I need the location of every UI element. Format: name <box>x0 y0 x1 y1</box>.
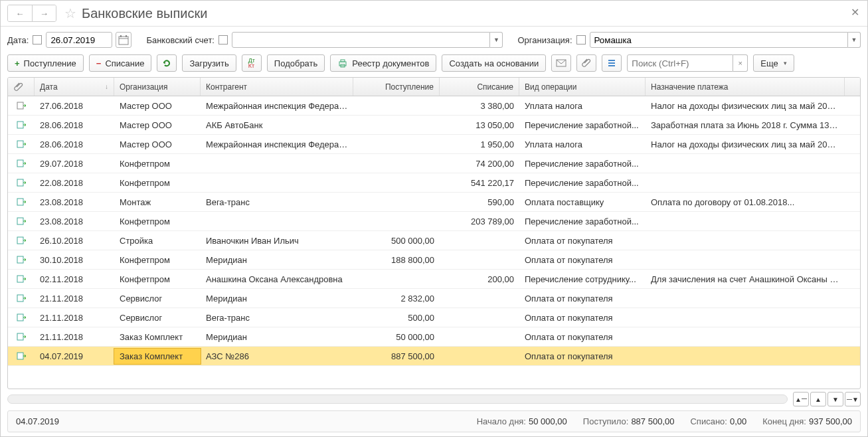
dtkt-button[interactable]: ДтКт <box>242 54 262 72</box>
cell-income: 887 500,00 <box>353 349 440 364</box>
cell-op-type: Оплата от покупателя <box>519 233 646 248</box>
scroll-bottom-button[interactable]: ▼ <box>845 392 861 406</box>
scroll-top-button[interactable]: ▲ <box>793 392 809 406</box>
organization-label: Организация: <box>517 35 572 45</box>
cell-date: 30.10.2018 <box>35 252 114 268</box>
more-button[interactable]: Еще▾ <box>753 54 794 72</box>
cell-outcome: 541 220,17 <box>440 175 519 191</box>
cell-outcome <box>440 353 519 359</box>
day-end-value: 937 500,00 <box>809 416 852 426</box>
cell-purpose: Для зачисления на счет Анашкиной Оксаны … <box>646 272 845 287</box>
table-row[interactable]: 27.06.2018Мастер ОООМежрайонная инспекци… <box>8 96 860 116</box>
svg-rect-18 <box>17 237 23 244</box>
cell-op-type: Оплата от покупателя <box>519 310 646 325</box>
search-input[interactable] <box>627 54 733 72</box>
paperclip-icon <box>581 58 592 68</box>
col-counterparty[interactable]: Контрагент <box>201 78 353 96</box>
cell-org: Конфетпром <box>114 175 201 191</box>
cell-purpose <box>646 296 845 301</box>
col-org[interactable]: Организация <box>114 78 201 96</box>
table-row[interactable]: 28.06.2018Мастер ОООМежрайонная инспекци… <box>8 135 860 154</box>
cell-outcome: 200,00 <box>440 272 519 287</box>
registry-button[interactable]: Реестр документов <box>330 54 436 72</box>
col-purpose[interactable]: Назначение платежа <box>646 78 845 96</box>
bank-account-input[interactable] <box>232 32 490 48</box>
plus-icon: + <box>15 58 20 68</box>
cell-purpose <box>646 218 845 224</box>
svg-rect-22 <box>17 314 23 321</box>
bank-account-dropdown[interactable]: ▼ <box>490 32 503 48</box>
table-row[interactable]: 04.07.2019Заказ КомплектАЗС №286887 500,… <box>8 347 860 366</box>
table-row[interactable]: 22.08.2018Конфетпром541 220,17Перечислен… <box>8 173 860 193</box>
favorite-star-icon[interactable]: ☆ <box>64 5 76 21</box>
cell-date: 29.07.2018 <box>35 156 114 171</box>
cell-date: 28.06.2018 <box>35 137 114 152</box>
cell-income: 50 000,00 <box>353 329 440 345</box>
nav-back-button[interactable]: ← <box>8 5 32 21</box>
income-button[interactable]: +Поступление <box>7 54 84 72</box>
table-row[interactable]: 30.10.2018КонфетпромМеридиан188 800,00Оп… <box>8 250 860 270</box>
cell-counterparty <box>201 218 353 224</box>
search-clear-button[interactable]: × <box>733 54 748 72</box>
cell-income <box>353 218 440 224</box>
close-button[interactable]: ✕ <box>851 6 859 19</box>
cell-purpose: Заработная плата за Июнь 2018 г. Сумма 1… <box>646 118 845 133</box>
cell-income <box>353 199 440 205</box>
income-label: Поступило: <box>583 416 629 426</box>
list-view-button[interactable] <box>602 54 622 72</box>
cell-purpose <box>646 353 845 359</box>
cell-org: Заказ Комплект <box>114 329 201 345</box>
table-row[interactable]: 21.11.2018СервислогМеридиан2 832,00Оплат… <box>8 289 860 308</box>
col-attachment[interactable] <box>8 78 35 96</box>
date-input[interactable] <box>46 32 112 48</box>
cell-date: 21.11.2018 <box>35 310 114 325</box>
col-outcome[interactable]: Списание <box>440 78 519 96</box>
bank-account-checkbox[interactable] <box>218 35 228 44</box>
load-button[interactable]: Загрузить <box>182 54 236 72</box>
cell-income: 2 832,00 <box>353 291 440 306</box>
organization-checkbox[interactable] <box>576 35 586 44</box>
table-row[interactable]: 21.11.2018Заказ КомплектМеридиан50 000,0… <box>8 327 860 347</box>
paperclip-icon <box>13 82 24 92</box>
cell-counterparty <box>201 161 353 166</box>
table-row[interactable]: 02.11.2018КонфетпромАнашкина Оксана Алек… <box>8 270 860 289</box>
col-income[interactable]: Поступление <box>353 78 440 96</box>
attachment-button[interactable] <box>576 54 596 72</box>
cell-op-type: Перечисление заработной... <box>519 118 646 133</box>
date-filter-checkbox[interactable] <box>33 35 42 44</box>
organization-input[interactable] <box>590 32 848 48</box>
date-picker-button[interactable] <box>116 32 131 48</box>
bank-account-label: Банковский счет: <box>146 35 215 45</box>
col-op-type[interactable]: Вид операции <box>519 78 646 96</box>
cell-income <box>353 180 440 185</box>
cell-counterparty: Меридиан <box>201 252 353 268</box>
table-row[interactable]: 23.08.2018Конфетпром203 789,00Перечислен… <box>8 212 860 231</box>
envelope-button[interactable] <box>551 54 571 72</box>
cell-purpose: Оплата по договору от 01.08.2018... <box>646 195 845 210</box>
day-end-label: Конец дня: <box>762 416 806 426</box>
horizontal-scrollbar[interactable] <box>7 394 788 404</box>
day-start-label: Начало дня: <box>477 416 526 426</box>
pick-button[interactable]: Подобрать <box>267 54 325 72</box>
row-status-icon <box>8 215 35 228</box>
cell-org: Конфетпром <box>114 156 201 171</box>
organization-dropdown[interactable]: ▼ <box>848 32 861 48</box>
create-based-button[interactable]: Создать на основании <box>442 54 546 72</box>
scroll-up-button[interactable]: ▲ <box>810 392 826 406</box>
cell-org: Сервислог <box>114 291 201 306</box>
svg-rect-12 <box>17 122 23 128</box>
scroll-down-button[interactable]: ▼ <box>827 392 843 406</box>
table-row[interactable]: 23.08.2018МонтажВега-транс590,00Оплата п… <box>8 193 860 212</box>
table-row[interactable]: 29.07.2018Конфетпром74 200,00Перечислени… <box>8 154 860 173</box>
printer-icon <box>337 58 348 68</box>
cell-org: Конфетпром <box>114 214 201 229</box>
col-date[interactable]: Дата↓ <box>35 78 114 96</box>
cell-org: Конфетпром <box>114 272 201 287</box>
refresh-button[interactable] <box>157 54 177 72</box>
outcome-button[interactable]: −Списание <box>89 54 152 72</box>
table-row[interactable]: 21.11.2018СервислогВега-транс500,00Оплат… <box>8 308 860 327</box>
table-row[interactable]: 28.06.2018Мастер ОООАКБ АвтоБанк13 050,0… <box>8 116 860 135</box>
nav-forward-button[interactable]: → <box>32 5 56 21</box>
table-row[interactable]: 26.10.2018СтройкаИваночкин Иван Ильич500… <box>8 231 860 250</box>
row-status-icon <box>8 349 35 363</box>
